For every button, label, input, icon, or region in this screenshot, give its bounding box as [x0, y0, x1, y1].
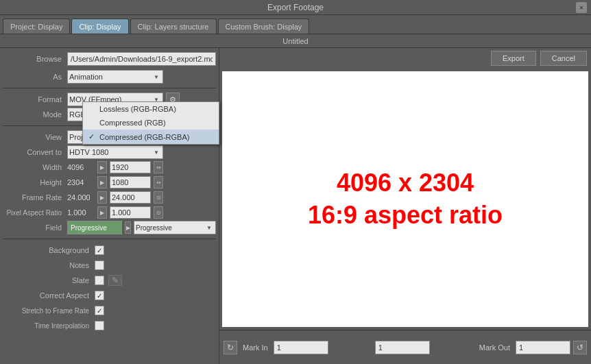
mark-out-input[interactable] [516, 341, 570, 354]
background-label: Background [3, 246, 92, 254]
time-interp-checkbox[interactable] [95, 321, 104, 330]
mark-in-input[interactable] [274, 341, 328, 354]
frame-rate-arrow[interactable]: ▶ [97, 191, 107, 204]
height-input[interactable] [110, 176, 151, 189]
as-select[interactable]: Animation ▼ [67, 70, 163, 84]
frame-rate-reset-btn[interactable]: ⊙ [154, 191, 163, 204]
background-checkbox[interactable]: ✓ [95, 245, 104, 255]
field-select-2[interactable]: Progressive ▼ [134, 221, 216, 234]
tab-custom-brush[interactable]: Custom Brush: Display [218, 19, 310, 34]
width-arrow[interactable]: ▶ [97, 161, 107, 173]
subtitle-bar: Untitled [0, 34, 591, 48]
frame-rate-input[interactable] [110, 191, 151, 204]
pixel-aspect-original: 1.000 [67, 208, 95, 217]
preview-line1: 4096 x 2304 [308, 167, 503, 199]
field-select-1[interactable]: Progressive [67, 221, 122, 234]
slate-checkbox[interactable] [95, 276, 104, 285]
pixel-aspect-arrow[interactable]: ▶ [97, 206, 107, 219]
correct-aspect-row: Correct Aspect ✓ [3, 289, 216, 302]
mark-mid-input[interactable] [375, 341, 430, 354]
subtitle-text: Untitled [282, 37, 308, 45]
dropdown-item-compressed-rgb[interactable]: Compressed (RGB) [83, 116, 219, 130]
tab-clip-display[interactable]: Clip: Display [71, 19, 128, 34]
slate-label: Slate [3, 276, 92, 284]
convert-to-select[interactable]: HDTV 1080 ▼ [67, 145, 163, 159]
cancel-button[interactable]: Cancel [540, 51, 587, 66]
tab-clip-layers[interactable]: Clip: Layers structure [130, 19, 217, 34]
main-content: Browse As Animation ▼ Format MOV (FFmpeg… [0, 48, 591, 364]
width-original: 4096 [67, 163, 95, 171]
pixel-aspect-row: Pixel Aspect Ratio 1.000 ▶ ⊙ [3, 206, 216, 219]
height-row: Height 2304 ▶ ⇔ [3, 175, 216, 189]
browse-label: Browse [3, 55, 64, 63]
time-interp-row: Time Interpolation [3, 319, 216, 332]
convert-to-row: Convert to HDTV 1080 ▼ [3, 145, 216, 159]
action-buttons-bar: Export Cancel [219, 48, 591, 69]
field-label: Field [3, 223, 64, 232]
pixel-aspect-label: Pixel Aspect Ratio [3, 209, 64, 217]
tab-project-display[interactable]: Project: Display [3, 19, 70, 34]
time-interp-label: Time Interpolation [3, 322, 92, 330]
stretch-checkbox[interactable]: ✓ [95, 306, 104, 315]
refresh-button-right[interactable]: ↺ [573, 341, 587, 354]
frame-rate-original: 24.000 [67, 193, 95, 202]
right-panel: Export Cancel 4096 x 2304 16:9 aspect ra… [219, 48, 591, 364]
background-row: Background ✓ [3, 243, 216, 257]
width-reset-btn[interactable]: ⇔ [154, 161, 163, 173]
correct-aspect-checkbox[interactable]: ✓ [95, 291, 104, 300]
height-reset-btn[interactable]: ⇔ [154, 176, 163, 189]
slate-row: Slate ✎ [3, 274, 216, 287]
pixel-aspect-input[interactable] [110, 206, 151, 219]
convert-to-dropdown-arrow: ▼ [152, 147, 161, 157]
as-label: As [3, 73, 64, 81]
notes-label: Notes [3, 261, 92, 269]
as-dropdown-arrow: ▼ [152, 72, 161, 82]
frame-rate-label: Frame Rate [3, 193, 64, 202]
width-label: Width [3, 163, 64, 171]
convert-to-label: Convert to [3, 148, 64, 156]
preview-area: 4096 x 2304 16:9 aspect ratio [222, 71, 588, 327]
pixel-aspect-reset-btn[interactable]: ⊙ [154, 206, 163, 219]
export-button[interactable]: Export [491, 51, 536, 66]
window-title: Export Footage [267, 3, 324, 12]
refresh-button[interactable]: ↻ [224, 341, 237, 354]
field-dropdown-arrow: ▼ [204, 223, 214, 232]
notes-row: Notes [3, 258, 216, 272]
stretch-row: Stretch to Frame Rate ✓ [3, 304, 216, 317]
stretch-label: Stretch to Frame Rate [3, 307, 92, 315]
tabs-bar: Project: Display Clip: Display Clip: Lay… [0, 15, 591, 34]
slate-settings-btn[interactable]: ✎ [108, 275, 122, 286]
field-row: Field Progressive ▶ Progressive ▼ [3, 221, 216, 234]
as-row: As Animation ▼ [3, 70, 216, 84]
width-row: Width 4096 ▶ ⇔ [3, 160, 216, 174]
notes-checkbox[interactable] [95, 260, 104, 270]
height-original: 2304 [67, 178, 95, 186]
format-label: Format [3, 95, 64, 104]
mark-in-label: Mark In [243, 343, 268, 352]
browse-row: Browse [3, 52, 216, 66]
preview-text: 4096 x 2304 16:9 aspect ratio [308, 167, 503, 232]
field-arrow[interactable]: ▶ [125, 221, 131, 234]
dropdown-item-compressed-rgba[interactable]: ✓ Compressed (RGB-RGBA) [83, 130, 219, 144]
width-input[interactable] [110, 161, 151, 173]
frame-rate-row: Frame Rate 24.000 ▶ ⊙ [3, 191, 216, 204]
preview-line2: 16:9 aspect ratio [308, 199, 503, 232]
mark-out-label: Mark Out [479, 343, 510, 352]
mode-label: Mode [3, 110, 64, 119]
browse-input[interactable] [67, 52, 216, 66]
height-label: Height [3, 178, 64, 186]
correct-aspect-label: Correct Aspect [3, 291, 92, 300]
mode-dropdown: Lossless (RGB-RGBA) Compressed (RGB) ✓ C… [82, 101, 219, 145]
left-panel: Browse As Animation ▼ Format MOV (FFmpeg… [0, 48, 219, 364]
height-arrow[interactable]: ▶ [97, 176, 107, 189]
close-button[interactable]: × [576, 2, 587, 13]
title-bar: Export Footage × [0, 0, 591, 15]
dropdown-item-lossless[interactable]: Lossless (RGB-RGBA) [83, 102, 219, 116]
bottom-bar: ↻ Mark In Mark Out ↺ [219, 330, 591, 364]
view-label: View [3, 133, 64, 141]
